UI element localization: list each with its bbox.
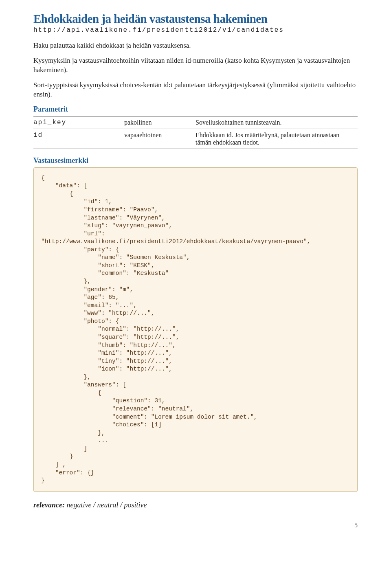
param-required: vapaaehtoinen: [124, 129, 196, 149]
footnote-values: negative / neutral / positive: [65, 501, 147, 509]
param-description: Sovelluskohtainen tunnisteavain.: [196, 116, 358, 129]
response-example-code: { "data": [ { "id": 1, "firstname": "Paa…: [33, 167, 358, 492]
endpoint-url: http://api.vaalikone.fi/presidentti2012/…: [33, 26, 358, 34]
table-row: api_key pakollinen Sovelluskohtainen tun…: [33, 116, 358, 129]
intro-paragraph-3: Sort-tyyppisissä kysymyksissä choices-ke…: [33, 81, 358, 99]
intro-paragraph-1: Haku palauttaa kaikki ehdokkaat ja heidä…: [33, 41, 358, 50]
param-name: id: [33, 129, 124, 149]
footnote-label: relevance:: [33, 501, 65, 509]
section-heading-parametrit: Parametrit: [33, 105, 358, 114]
section-heading-vastaus: Vastausesimerkki: [33, 156, 358, 165]
param-required: pakollinen: [124, 116, 196, 129]
param-name: api_key: [33, 116, 124, 129]
page-title: Ehdokkaiden ja heidän vastaustensa hakem…: [33, 12, 358, 26]
table-row: id vapaaehtoinen Ehdokkaan id. Jos määri…: [33, 129, 358, 149]
param-description: Ehdokkaan id. Jos määriteltynä, palautet…: [196, 129, 358, 149]
parameters-table: api_key pakollinen Sovelluskohtainen tun…: [33, 116, 358, 149]
page-number: 5: [33, 522, 358, 529]
relevance-footnote: relevance: negative / neutral / positive: [33, 501, 358, 509]
intro-paragraph-2: Kysymyksiin ja vastausvaihtoehtoihin vii…: [33, 56, 358, 75]
